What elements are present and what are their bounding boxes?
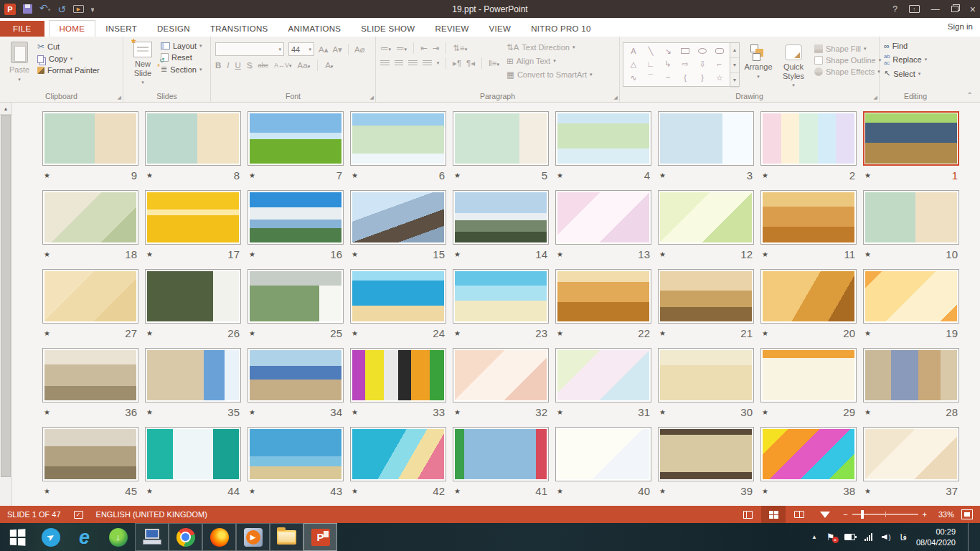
animation-star-icon[interactable]: ★: [762, 250, 768, 258]
slide-thumbnail[interactable]: [555, 427, 651, 481]
slide-thumbnail[interactable]: [248, 427, 344, 481]
new-slide-dropdown-icon[interactable]: ▾: [141, 80, 144, 85]
animation-star-icon[interactable]: ★: [249, 408, 255, 416]
volume-icon[interactable]: ): [882, 533, 891, 541]
taskbar-powerpoint[interactable]: P: [303, 523, 337, 551]
slide-thumbnail[interactable]: [863, 348, 959, 402]
underline-button[interactable]: U: [235, 61, 241, 70]
format-painter-button[interactable]: Format Painter: [37, 66, 100, 75]
scribble-shape-icon[interactable]: ∿: [630, 74, 636, 82]
reading-view-button[interactable]: [787, 506, 811, 523]
ltr-button[interactable]: ▸¶: [453, 58, 461, 68]
animation-star-icon[interactable]: ★: [454, 250, 461, 258]
animation-star-icon[interactable]: ★: [454, 171, 461, 179]
ribbon-tab-home[interactable]: HOME: [49, 20, 96, 37]
slide-thumbnail[interactable]: [145, 269, 241, 324]
animation-star-icon[interactable]: ★: [352, 329, 358, 337]
slide-thumbnail[interactable]: [658, 348, 754, 402]
animation-star-icon[interactable]: ★: [762, 329, 768, 337]
ribbon-tab-view[interactable]: VIEW: [479, 21, 522, 37]
rectangle-shape-icon[interactable]: [681, 48, 689, 54]
align-center-button[interactable]: [395, 60, 404, 67]
slide-thumbnail[interactable]: [145, 111, 241, 166]
input-language-indicator[interactable]: فا: [900, 532, 907, 542]
align-left-button[interactable]: [380, 60, 390, 67]
layout-button[interactable]: Layout▾: [161, 42, 202, 50]
animation-star-icon[interactable]: ★: [352, 487, 358, 495]
slide-thumbnail[interactable]: [350, 190, 446, 245]
slide-thumbnail[interactable]: [453, 427, 549, 481]
animation-star-icon[interactable]: ★: [557, 487, 563, 495]
slide-thumbnail[interactable]: [248, 348, 344, 402]
animation-star-icon[interactable]: ★: [146, 171, 153, 179]
text-direction-button[interactable]: ⇅AText Direction▾: [507, 42, 593, 52]
customize-qat-icon[interactable]: ▾: [91, 8, 94, 13]
action-center-flag-icon[interactable]: ⚑×: [826, 532, 835, 542]
shape-gallery-scrollbar[interactable]: ▲ ▼ ▼: [730, 42, 740, 87]
rounded-rectangle-shape-icon[interactable]: [715, 48, 724, 54]
zoom-out-button[interactable]: −: [843, 510, 847, 519]
animation-star-icon[interactable]: ★: [762, 171, 768, 179]
animation-star-icon[interactable]: ★: [146, 408, 153, 416]
copy-button[interactable]: Copy▾: [37, 55, 100, 63]
scrollbar-thumb[interactable]: [1, 115, 11, 477]
animation-star-icon[interactable]: ★: [44, 487, 50, 495]
scrollbar-up-icon[interactable]: ▲: [0, 103, 11, 115]
clear-formatting-button[interactable]: A⌀: [354, 44, 365, 55]
animation-star-icon[interactable]: ★: [762, 487, 768, 495]
slide-thumbnail[interactable]: [760, 427, 857, 481]
arrange-button[interactable]: Arrange ▾: [740, 42, 777, 90]
network-signal-icon[interactable]: [864, 533, 872, 541]
language-indicator[interactable]: ENGLISH (UNITED KINGDOM): [96, 510, 207, 519]
paste-button[interactable]: Paste ▾: [3, 39, 36, 90]
line-spacing-button[interactable]: ⇅≡▾: [453, 43, 467, 53]
notes-button[interactable]: [735, 506, 760, 523]
slide-thumbnail[interactable]: [248, 190, 344, 245]
down-block-arrow-icon[interactable]: ⇩: [699, 60, 705, 68]
slide-thumbnail[interactable]: [248, 111, 344, 166]
slide-thumbnail[interactable]: [760, 269, 857, 324]
shape-effects-button[interactable]: Shape Effects▾: [814, 67, 881, 76]
slide-thumbnail[interactable]: [145, 348, 241, 402]
animation-star-icon[interactable]: ★: [352, 408, 358, 416]
right-brace-shape-icon[interactable]: }: [701, 74, 704, 82]
taskbar-firefox[interactable]: [202, 523, 236, 551]
shape-gallery-up-icon[interactable]: ▲: [730, 43, 739, 58]
animation-star-icon[interactable]: ★: [659, 487, 666, 495]
slide-thumbnail[interactable]: [863, 190, 959, 245]
numbering-button[interactable]: ≕▾: [396, 43, 407, 53]
arrow-shape-icon[interactable]: ↘: [664, 47, 671, 55]
text-shadow-button[interactable]: S: [247, 61, 253, 70]
animation-star-icon[interactable]: ★: [659, 250, 666, 258]
slide-thumbnail[interactable]: [145, 190, 241, 245]
slide-thumbnail[interactable]: [42, 269, 138, 324]
bold-button[interactable]: B: [215, 61, 221, 70]
increase-font-size-button[interactable]: A▴: [319, 44, 328, 55]
battery-icon[interactable]: [844, 534, 855, 540]
right-block-arrow-icon[interactable]: ⇨: [682, 60, 688, 68]
animation-star-icon[interactable]: ★: [762, 408, 768, 416]
redo-icon[interactable]: ↺: [57, 4, 66, 14]
taskbar-chrome[interactable]: [169, 523, 202, 551]
paragraph-dialog-launcher[interactable]: ◢: [614, 95, 618, 100]
character-spacing-button[interactable]: A↔V▾: [274, 62, 292, 69]
left-brace-shape-icon[interactable]: {: [684, 74, 687, 82]
increase-indent-button[interactable]: ⇥: [433, 43, 440, 53]
slide-thumbnail[interactable]: [760, 111, 857, 166]
slide-thumbnail[interactable]: [555, 348, 651, 402]
reset-button[interactable]: Reset: [161, 53, 202, 62]
font-size-combo[interactable]: 44▾: [288, 42, 314, 56]
slide-thumbnail[interactable]: [145, 427, 241, 481]
font-color-button[interactable]: A▾: [325, 61, 333, 70]
animation-star-icon[interactable]: ★: [146, 329, 153, 337]
animation-star-icon[interactable]: ★: [146, 250, 153, 258]
ribbon-tab-slide-show[interactable]: SLIDE SHOW: [351, 21, 425, 37]
slide-sorter-view-button[interactable]: [761, 506, 786, 523]
triangle-shape-icon[interactable]: △: [631, 60, 636, 68]
ribbon-tab-animations[interactable]: ANIMATIONS: [278, 21, 352, 37]
slide-thumbnail[interactable]: [555, 269, 651, 324]
animation-star-icon[interactable]: ★: [557, 329, 563, 337]
arc-shape-icon[interactable]: ⌒: [647, 74, 655, 82]
animation-star-icon[interactable]: ★: [864, 250, 871, 258]
slide-thumbnail[interactable]: [658, 190, 754, 245]
